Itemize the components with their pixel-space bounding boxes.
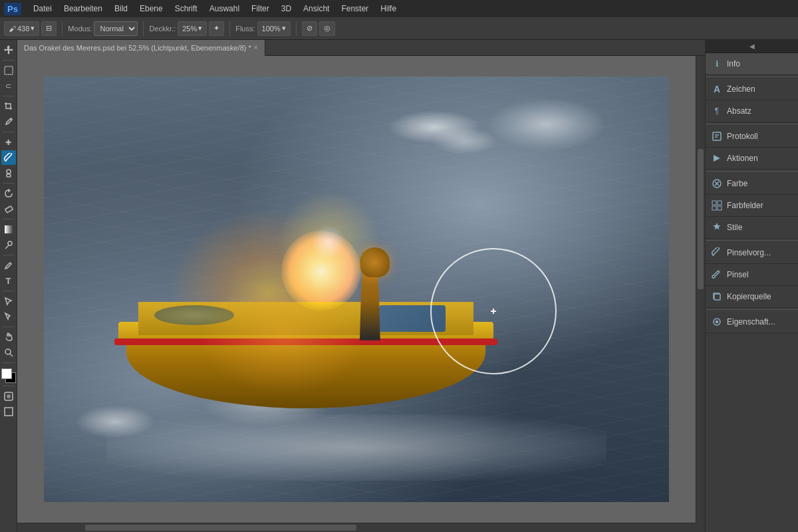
panel-sep-2 <box>706 124 798 124</box>
menu-datei[interactable]: Datei <box>28 3 57 15</box>
tablet-icon: ⊘ <box>307 24 313 33</box>
panel-label-info: Info <box>727 59 740 68</box>
lasso-icon: ⊂ <box>5 82 11 90</box>
fluss-input[interactable]: 100% ▾ <box>257 21 291 36</box>
tool-move[interactable] <box>1 43 16 57</box>
tool-separator-4 <box>3 183 15 184</box>
modus-select[interactable]: Normal <box>94 21 138 36</box>
brush-icon: 🖌 <box>9 25 16 33</box>
foam-top-right <box>487 98 606 151</box>
brush-preset-group: 🖌 438 ▾ ⊟ <box>4 21 57 36</box>
brush-settings-btn[interactable]: ⊟ <box>41 21 57 36</box>
tool-separator-6 <box>3 255 15 255</box>
brush-settings-icon: ⊟ <box>46 24 52 33</box>
healing-icon: ✚ <box>5 138 11 147</box>
panel-sep-1 <box>706 76 798 77</box>
horizontal-scrollbar[interactable] <box>17 523 696 532</box>
panel-item-kopierquelle[interactable]: Kopierquelle <box>706 286 798 308</box>
panel-collapse-btn[interactable]: ◀ <box>706 40 798 53</box>
panel-sep-5 <box>706 309 798 310</box>
svg-rect-18 <box>712 206 716 210</box>
tool-path-select[interactable] <box>1 294 16 309</box>
horizontal-scrollbar-thumb[interactable] <box>85 525 356 531</box>
menu-auswahl[interactable]: Auswahl <box>204 3 245 15</box>
tool-pen[interactable] <box>1 258 16 273</box>
tool-separator-2 <box>3 96 15 96</box>
tool-dodge[interactable] <box>1 237 16 252</box>
panel-item-eigenschaft[interactable]: Eigenschaft... <box>706 311 798 333</box>
tool-stamp[interactable] <box>1 166 16 180</box>
foreground-color-swatch[interactable] <box>1 368 12 379</box>
menu-3d[interactable]: 3D <box>276 3 297 15</box>
svg-rect-17 <box>718 201 722 205</box>
airbrush-btn[interactable]: ✦ <box>209 21 224 36</box>
tool-crop[interactable] <box>1 99 16 114</box>
menu-filter[interactable]: Filter <box>246 3 275 15</box>
vertical-scrollbar-thumb[interactable] <box>698 149 704 289</box>
canvas-image[interactable] <box>44 76 669 502</box>
panel-item-stile[interactable]: Stile <box>706 217 798 239</box>
brush-preset-picker[interactable]: 🖌 438 ▾ <box>4 21 39 36</box>
color-swatches[interactable] <box>1 368 16 383</box>
tablet-pressure-btn[interactable]: ⊘ <box>302 21 317 36</box>
tool-quick-mask[interactable] <box>1 389 16 404</box>
deckkr-label: Deckkr.: <box>149 25 176 33</box>
panel-item-zeichen[interactable]: A Zeichen <box>706 78 798 100</box>
menu-schrift[interactable]: Schrift <box>170 3 203 15</box>
menu-hilfe[interactable]: Hilfe <box>375 3 402 15</box>
extra-btns: ⊘ ◎ <box>302 21 335 36</box>
panel-item-absatz[interactable]: ¶ Absatz <box>706 100 798 122</box>
tool-screen-mode[interactable] <box>1 404 16 419</box>
tool-hand[interactable] <box>1 330 16 344</box>
svg-rect-3 <box>7 174 11 177</box>
panel-label-kopierquelle: Kopierquelle <box>727 292 771 301</box>
panel-item-farbfelder[interactable]: Farbfelder <box>706 195 798 217</box>
panel-label-farbe: Farbe <box>727 179 747 188</box>
chevron-down-icon-3: ▾ <box>282 24 286 33</box>
tool-direct-select[interactable] <box>1 309 16 324</box>
vertical-scrollbar[interactable] <box>696 56 705 523</box>
aktionen-icon <box>711 152 723 164</box>
svg-rect-4 <box>5 206 13 213</box>
document-tab[interactable]: Das Orakel des Meeres.psd bei 52,5% (Lic… <box>17 40 265 56</box>
panel-sep-4 <box>706 240 798 241</box>
separator-4 <box>296 21 297 36</box>
stile-icon <box>711 221 723 233</box>
menu-ansicht[interactable]: Ansicht <box>298 3 334 15</box>
collapse-arrow-icon: ◀ <box>749 43 755 50</box>
foam-bottom <box>106 414 606 481</box>
tool-brush[interactable] <box>1 150 16 165</box>
panel-item-protokoll[interactable]: Protokoll <box>706 126 798 148</box>
tool-history-brush[interactable] <box>1 186 16 201</box>
menu-bild[interactable]: Bild <box>109 3 133 15</box>
deckkr-input[interactable]: 25% ▾ <box>178 21 207 36</box>
tool-gradient[interactable] <box>1 222 16 237</box>
panel-item-aktionen[interactable]: Aktionen <box>706 148 798 170</box>
brush-size-value: 438 <box>17 25 29 33</box>
tool-eraser[interactable] <box>1 201 16 216</box>
modus-group: Modus: Normal <box>68 21 138 36</box>
svg-point-22 <box>716 321 718 323</box>
tab-close-btn[interactable]: × <box>254 44 258 51</box>
tool-zoom[interactable] <box>1 345 16 360</box>
canvas-area: Das Orakel des Meeres.psd bei 52,5% (Lic… <box>17 40 705 532</box>
panel-item-pinselvorg[interactable]: Pinselvorg... <box>706 242 798 264</box>
kopierquelle-icon <box>711 291 723 303</box>
tool-eyedropper[interactable] <box>1 114 16 129</box>
menu-fenster[interactable]: Fenster <box>336 3 374 15</box>
menu-ebene[interactable]: Ebene <box>134 3 168 15</box>
svg-point-2 <box>7 170 11 174</box>
canvas-scroll[interactable] <box>17 56 705 532</box>
zeichen-icon: A <box>711 83 723 95</box>
tool-marquee[interactable] <box>1 63 16 78</box>
tool-lasso[interactable]: ⊂ <box>1 78 16 93</box>
tool-healing[interactable]: ✚ <box>1 135 16 150</box>
clone-source-btn[interactable]: ◎ <box>319 21 335 36</box>
tool-text[interactable]: T <box>1 273 16 288</box>
farbfelder-icon <box>711 200 723 211</box>
panel-item-info[interactable]: ℹ Info <box>706 53 798 75</box>
panel-item-farbe[interactable]: Farbe <box>706 173 798 195</box>
panel-item-pinsel[interactable]: Pinsel <box>706 264 798 286</box>
svg-rect-0 <box>5 66 13 74</box>
menu-bearbeiten[interactable]: Bearbeiten <box>59 3 108 15</box>
